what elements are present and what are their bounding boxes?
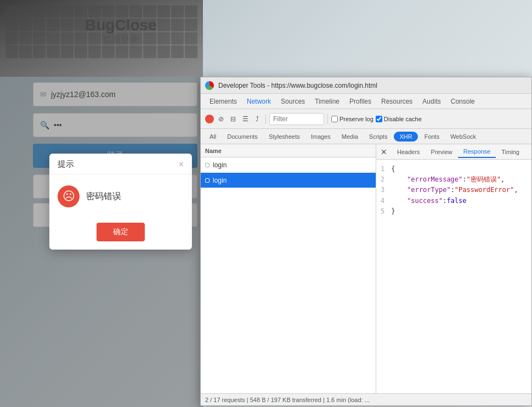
json-brace-open: { [391, 164, 395, 174]
json-value-1: "密码错误" [467, 174, 501, 185]
tab-timing[interactable]: Timing [496, 146, 525, 157]
filter-media[interactable]: Media [337, 131, 363, 142]
devtools-panel: Developer Tools - https://www.bugclose.c… [200, 77, 532, 406]
toolbar-separator [265, 114, 266, 124]
record-button[interactable] [205, 115, 214, 123]
response-panel: ✕ Headers Preview Response Timing 1 { 2 … [376, 144, 531, 393]
line-number-5: 5 [381, 206, 384, 217]
devtools-navbar: Elements Network Sources Timeline Profil… [201, 94, 531, 109]
nav-elements[interactable]: Elements [205, 95, 241, 108]
preserve-log-checkbox[interactable] [331, 116, 338, 122]
filter-icon[interactable]: ⊟ [228, 114, 238, 124]
response-content: 1 { 2 "errorMessage" : "密码错误" , 3 "error… [376, 160, 531, 393]
line-number-4: 4 [381, 196, 384, 206]
disable-cache-checkbox[interactable] [376, 116, 382, 122]
disable-cache-text: Disable cache [384, 116, 422, 122]
nav-sources[interactable]: Sources [276, 95, 309, 108]
name-column-header: Name [205, 148, 222, 154]
nav-profiles[interactable]: Profiles [345, 95, 376, 108]
confirm-button[interactable]: 确定 [97, 223, 145, 241]
alert-title: 提示 [58, 159, 74, 169]
filter-all[interactable]: All [205, 131, 220, 142]
json-key-1: "errorMessage" [407, 174, 462, 185]
json-value-3: false [446, 196, 466, 206]
line-number-1: 1 [381, 164, 384, 174]
json-line-5: 5 } [381, 206, 527, 217]
response-tabs: ✕ Headers Preview Response Timing [376, 144, 531, 160]
panel-close-button[interactable]: ✕ [381, 148, 387, 156]
alert-body: ☹ 密码错误 [49, 174, 192, 218]
request-name-1: login [213, 161, 227, 169]
nav-resources[interactable]: Resources [377, 95, 417, 108]
alert-footer: 确定 [49, 218, 192, 250]
json-brace-close: } [391, 206, 395, 217]
nav-timeline[interactable]: Timeline [310, 95, 344, 108]
filter-images[interactable]: Images [307, 131, 335, 142]
line-number-2: 2 [381, 174, 384, 185]
preserve-log-text: Preserve log [339, 116, 373, 122]
json-line-4: 4 "success" : false [381, 196, 527, 206]
devtools-titlebar: Developer Tools - https://www.bugclose.c… [201, 77, 531, 94]
nav-network[interactable]: Network [242, 95, 275, 108]
nav-console[interactable]: Console [446, 95, 479, 108]
filter-websock[interactable]: WebSock [446, 131, 480, 142]
disable-cache-label[interactable]: Disable cache [376, 116, 422, 122]
req-indicator-2 [205, 178, 210, 183]
devtools-content: Name login login ✕ Headers Preview Respo… [201, 144, 531, 393]
devtools-statusbar: 2 / 17 requests | 548 B / 197 KB transfe… [201, 393, 531, 405]
import-icon[interactable]: ⤴ [252, 114, 262, 124]
tab-preview[interactable]: Preview [426, 146, 458, 157]
filter-xhr[interactable]: XHR [394, 132, 417, 142]
req-indicator-1 [205, 163, 210, 167]
json-line-3: 3 "errorType" : "PasswordError" , [381, 185, 527, 195]
toolbar-separator-2 [327, 114, 328, 124]
request-item-2[interactable]: login [201, 173, 376, 188]
stop-button[interactable]: ⊘ [216, 114, 226, 124]
line-number-3: 3 [381, 185, 384, 195]
json-key-2: "errorType" [407, 185, 450, 195]
close-icon[interactable]: × [179, 160, 184, 169]
sad-face-icon: ☹ [58, 185, 80, 207]
options-icon[interactable]: ☰ [240, 114, 250, 124]
json-value-2: "PasswordError" [455, 185, 514, 195]
request-item-1[interactable]: login [201, 157, 376, 173]
nav-audits[interactable]: Audits [418, 95, 445, 108]
network-filter-tabs: All Documents Stylesheets Images Media S… [201, 129, 531, 144]
devtools-title: Developer Tools - https://www.bugclose.c… [218, 82, 377, 89]
preserve-log-label[interactable]: Preserve log [331, 116, 373, 122]
request-list-header: Name [201, 144, 376, 157]
tab-headers[interactable]: Headers [392, 146, 426, 157]
filter-fonts[interactable]: Fonts [420, 131, 444, 142]
json-line-1: 1 { [381, 164, 527, 174]
alert-header: 提示 × [49, 154, 192, 174]
request-name-2: login [213, 177, 227, 184]
filter-scripts[interactable]: Scripts [365, 131, 392, 142]
status-text: 2 / 17 requests | 548 B / 197 KB transfe… [205, 397, 370, 403]
json-key-3: "success" [407, 196, 443, 206]
filter-documents[interactable]: Documents [223, 131, 262, 142]
alert-message: 密码错误 [86, 191, 121, 202]
alert-dialog: 提示 × ☹ 密码错误 确定 [49, 154, 192, 250]
tab-response[interactable]: Response [458, 146, 496, 158]
chrome-icon [205, 81, 214, 90]
devtools-toolbar: ⊘ ⊟ ☰ ⤴ Preserve log Disable cache [201, 109, 531, 129]
json-line-2: 2 "errorMessage" : "密码错误" , [381, 174, 527, 185]
filter-input[interactable] [269, 113, 324, 125]
request-list: Name login login [201, 144, 376, 393]
filter-stylesheets[interactable]: Stylesheets [264, 131, 304, 142]
